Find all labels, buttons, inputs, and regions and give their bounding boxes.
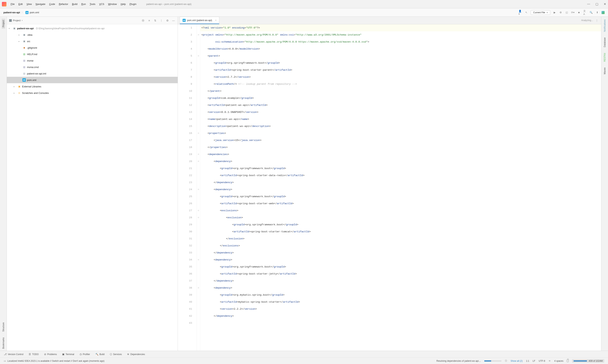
menu-code[interactable]: Code [47,2,57,6]
code-line[interactable]: <artifactId>mybatis-spring-boot-starter<… [201,299,601,305]
code-line[interactable]: <version>0.0.1-SNAPSHOT</version> [201,109,601,116]
code-line[interactable]: <relativePath/> <!-- lookup parent from … [201,80,601,88]
code-line[interactable]: </dependency> [201,277,601,284]
code-line[interactable]: <groupId>org.mybatis.spring.boot</groupI… [201,291,601,299]
code-line[interactable]: <dependency> [201,186,601,193]
eye-icon[interactable]: 👁 [549,360,551,362]
code-line[interactable]: <?xml version="1.0" encoding="UTF-8"?> [201,24,601,31]
close-tab-icon[interactable]: × [215,19,216,22]
tree-node--idea[interactable]: ▸▣.idea [7,32,178,38]
gear-icon[interactable]: ⚙ [166,19,169,22]
tree-external-libraries[interactable]: ▸▣External Libraries [7,83,178,90]
status-indent[interactable]: 4 spaces [554,360,563,362]
code-line[interactable]: <groupId>org.springframework.boot</group… [201,165,601,172]
bottom-tab-build[interactable]: 🔨Build [95,353,105,356]
code-line[interactable]: </parent> [201,88,601,95]
menu-window[interactable]: Window [106,2,119,6]
tree-node-patient-wx-api-iml[interactable]: ▤patient-wx-api.iml [7,70,178,77]
tree-scratches[interactable]: ▸◎Scratches and Consoles [7,90,178,96]
breadcrumb-file[interactable]: m pom.xml [26,11,39,14]
code-line[interactable]: </dependency> [201,179,601,186]
code-line[interactable]: <version>2.7.2</version> [201,74,601,80]
tree-node-mvnw[interactable]: ▤mvnw [7,57,178,64]
code-line[interactable]: <groupId>org.springframework.boot</group… [201,221,601,228]
menu-navigate[interactable]: Navigate [34,2,47,6]
code-line[interactable]: <groupId>org.springframework.boot</group… [201,59,601,66]
code-line[interactable]: <artifactId>spring-boot-starter-data-red… [201,172,601,179]
settings-icon[interactable]: ⬆ [595,11,599,14]
code-line[interactable]: xsi:schemaLocation="http://maven.apache.… [201,38,601,45]
code-line[interactable]: <project xmlns="http://maven.apache.org/… [201,31,601,38]
code-line[interactable]: <dependencies> [201,151,601,158]
menu-view[interactable]: View [25,2,34,6]
status-eol[interactable]: LF [532,360,535,362]
code-line[interactable]: <parent> [201,52,601,59]
lock-icon[interactable] [567,360,569,362]
tree-node-src[interactable]: ▸▣src [7,38,178,44]
status-show-all[interactable]: Show all (2) [511,360,522,362]
status-encoding[interactable]: UTF-8 [539,360,545,362]
code-line[interactable]: <dependency> [201,284,601,291]
maximize-icon[interactable]: ▢ [595,2,598,6]
minimize-icon[interactable]: — [587,2,590,6]
hammer-icon[interactable]: ↖ [525,11,528,14]
code-line[interactable]: <java.version>15</java.version> [201,137,601,144]
code-line[interactable]: <groupId>org.springframework.boot</group… [201,193,601,200]
code-line[interactable]: </dependency> [201,312,601,320]
close-icon[interactable]: ✕ [604,2,606,6]
tool-window-title[interactable]: Project ▾ [9,19,23,22]
bottom-tab-dependencies[interactable]: ≋Dependencies [127,353,145,356]
code-line[interactable]: <groupId>org.springframework.boot</group… [201,263,601,270]
bottom-tab-terminal[interactable]: ▣Terminal [62,353,74,356]
code-line[interactable]: <modelVersion>4.0.0</modelVersion> [201,45,601,52]
status-memory[interactable]: 409 of 1024M [572,359,604,363]
run-icon[interactable]: ▶ [553,11,556,14]
menu-tools[interactable]: Tools [88,2,97,6]
code-line[interactable]: </exclusions> [201,242,601,249]
code-line[interactable]: <artifactId>spring-boot-starter-web</art… [201,200,601,207]
code-line[interactable]: <description>patient-wx-api</description… [201,123,601,130]
status-cursor[interactable]: 1:1 [526,360,529,362]
menu-vcs[interactable]: VCS [97,2,106,6]
user-icon[interactable]: 👤▾ [518,11,522,14]
stripe-project[interactable]: Project [2,19,5,29]
stripe-notifications[interactable]: Notifications [603,19,606,32]
dots-icon[interactable]: ⋮ [159,19,163,22]
menu-edit[interactable]: Edit [16,2,25,6]
breadcrumb-project[interactable]: patient-wx-api [3,11,20,14]
bottom-tab-version-control[interactable]: ⎇Version Control [4,353,23,356]
editor-tab-pom[interactable]: m pom.xml (patient-wx-api) × [180,17,219,24]
bottom-tab-services[interactable]: ⬡Services [110,353,122,356]
coverage-icon[interactable]: ◱ [565,11,569,14]
cancel-progress-icon[interactable]: ⓧ [505,359,507,363]
stripe-database[interactable]: Database [603,38,606,47]
menu-run[interactable]: Run [79,2,88,6]
menu-build[interactable]: Build [70,2,79,6]
code-line[interactable]: <exclusion> [201,214,601,221]
fold-column[interactable]: ⊟⊟⊟⊟⊟⊟⊟⊟⊟⊟ [197,24,200,351]
menu-help[interactable]: Help [119,2,128,6]
profile-icon[interactable]: ⟳▾ [571,11,575,14]
stripe-maven[interactable]: Maven [603,67,606,74]
bottom-tab-profiler[interactable]: ◷Profiler [80,353,90,356]
tree-root[interactable]: ▾▣patient-wx-apiD:\DingJiaxiong\IdeaProj… [7,25,178,32]
select-opened-icon[interactable]: ⦿ [141,19,145,22]
menu-file[interactable]: File [9,2,16,6]
code-line[interactable]: <version>2.2.2</version> [201,305,601,312]
language-icon[interactable]: 文A [583,11,587,14]
hide-icon[interactable]: — [172,19,175,22]
code-line[interactable]: <name>patient-wx-api</name> [201,116,601,123]
stop-icon[interactable]: ■ [577,11,581,14]
stripe-bookmarks[interactable]: Bookmarks [2,338,5,349]
project-tree[interactable]: ▾▣patient-wx-apiD:\DingJiaxiong\IdeaProj… [7,24,178,351]
code-line[interactable]: <artifactId>spring-boot-starter-parent</… [201,66,601,74]
tree-node-pom-xml[interactable]: mpom.xml [7,77,178,83]
bottom-tab-problems[interactable]: ⊘Problems [44,353,57,356]
code-line[interactable]: <groupId>com.example</groupId> [201,95,601,102]
debug-icon[interactable]: ⚙ [559,11,562,14]
code-line[interactable]: <artifactId>spring-boot-starter-jetty</a… [201,270,601,277]
collapse-all-icon[interactable]: ⇅ [153,19,157,22]
search-icon[interactable]: 🔍 [589,11,593,14]
code-editor[interactable]: 1234567891011121314151617181920212223242… [178,24,601,351]
expand-all-icon[interactable]: ≡ [147,19,151,22]
